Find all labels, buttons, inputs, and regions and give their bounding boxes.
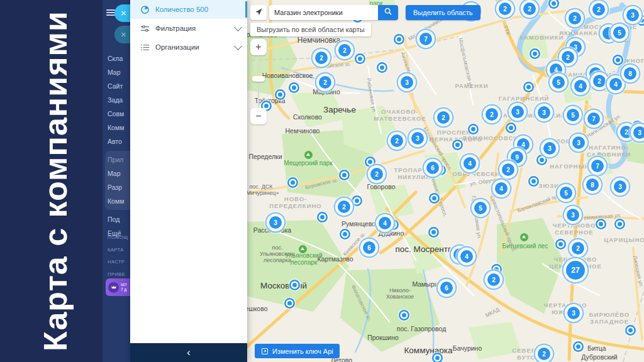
map-cluster-marker[interactable]: 4 (495, 182, 508, 195)
map-point-marker[interactable] (618, 222, 622, 226)
map-cluster-marker[interactable]: 3 (411, 132, 424, 145)
search-button[interactable] (378, 5, 398, 20)
map-cluster-marker[interactable]: 2 (338, 44, 351, 57)
sidebar-item[interactable]: Мар (108, 65, 130, 79)
map-cluster-marker[interactable]: 4 (609, 78, 622, 90)
sidebar-item[interactable]: Совм (108, 107, 130, 121)
map-cluster-marker[interactable]: 2 (486, 108, 498, 121)
map-point-marker[interactable] (358, 57, 362, 61)
map-point-marker[interactable] (558, 242, 563, 246)
sidebar-item[interactable]: Авто (108, 134, 130, 148)
map-cluster-marker[interactable]: 6 (426, 162, 439, 174)
map-cluster-marker[interactable]: 2 (593, 75, 606, 87)
map-point-marker[interactable] (531, 179, 536, 184)
map-point-marker[interactable] (342, 173, 347, 177)
map-cluster-marker[interactable]: 2 (391, 134, 403, 147)
map-cluster-marker[interactable]: 2 (569, 12, 581, 25)
map-cluster-marker[interactable]: 9 (511, 151, 523, 163)
sidebar-item[interactable]: Сайт (108, 79, 130, 93)
map-cluster-marker[interactable]: 4 (460, 250, 473, 263)
map-point-marker[interactable] (533, 52, 537, 56)
sidebar-item[interactable]: Разр (108, 180, 130, 194)
sidebar-item[interactable]: Комм (108, 194, 130, 208)
zoom-out-button[interactable]: − (250, 108, 267, 124)
sidebar-item[interactable]: Скла (108, 52, 130, 65)
map-point-marker[interactable] (431, 230, 436, 234)
map-point-marker[interactable] (292, 85, 296, 90)
map-cluster-marker[interactable]: 2 (487, 273, 500, 286)
map-cluster-marker[interactable]: 6 (363, 241, 375, 254)
sidebar-footer-item[interactable]: ПОМОЩ (108, 231, 130, 244)
map-point-marker[interactable] (616, 58, 620, 62)
map-cluster-marker[interactable]: 7 (587, 112, 600, 125)
map-cluster-marker[interactable]: 2 (538, 348, 550, 360)
map-cluster-marker[interactable]: 2 (620, 126, 633, 138)
map-cluster-marker[interactable]: 2 (370, 168, 383, 180)
map-cluster-marker[interactable]: 5 (474, 202, 487, 214)
map-cluster-marker[interactable]: 6 (440, 282, 453, 294)
map-cluster-marker[interactable]: 4 (574, 80, 587, 92)
search-input[interactable] (269, 5, 378, 20)
map-cluster-marker[interactable]: 5 (552, 76, 565, 89)
export-area-tooltip[interactable]: Выгрузить по всей области карты (250, 23, 371, 36)
map-point-marker[interactable] (287, 301, 292, 305)
menu-icon[interactable] (106, 8, 115, 17)
zoom-in-button[interactable]: + (250, 39, 267, 55)
map-cluster-marker[interactable]: 27 (566, 261, 585, 280)
map-point-marker[interactable] (540, 158, 544, 162)
map-cluster-marker[interactable]: 5 (560, 187, 572, 199)
map-point-marker[interactable] (552, 1, 556, 6)
sidebar-item[interactable]: Мар (108, 167, 130, 180)
map-point-marker[interactable] (640, 18, 644, 23)
map-cluster-marker[interactable]: 3 (543, 142, 556, 155)
sidebar-item[interactable]: Комм (108, 121, 130, 134)
map-cluster-marker[interactable]: 3 (572, 136, 585, 149)
map-cluster-marker[interactable]: 5 (567, 109, 579, 121)
map-point-marker[interactable] (397, 37, 401, 41)
map-cluster-marker[interactable]: 3 (626, 9, 639, 21)
map-point-marker[interactable] (455, 143, 460, 147)
map-cluster-marker[interactable]: 3 (633, 126, 644, 139)
map-point-marker[interactable] (264, 104, 269, 108)
map-cluster-marker[interactable]: 2 (502, 163, 514, 176)
map-cluster-marker[interactable]: 3 (538, 106, 550, 119)
map-point-marker[interactable] (494, 267, 499, 272)
map-point-marker[interactable] (391, 222, 396, 227)
map-cluster-marker[interactable]: 7 (591, 160, 604, 172)
sidebar-footer-item[interactable]: КАРТА (108, 244, 130, 256)
map-cluster-marker[interactable]: 2 (523, 3, 536, 15)
map-point-marker[interactable] (292, 283, 297, 287)
geolocation-button[interactable] (250, 5, 267, 20)
map-point-marker[interactable] (402, 313, 406, 317)
map-point-marker[interactable] (526, 85, 531, 89)
sidebar-item[interactable]: Под (108, 212, 130, 226)
map-cluster-marker[interactable]: 2 (437, 111, 450, 124)
map-cluster-marker[interactable]: 4 (464, 157, 476, 170)
map-cluster-marker[interactable]: 5 (613, 26, 626, 39)
map-point-marker[interactable] (628, 328, 633, 332)
map-cluster-marker[interactable]: 2 (338, 200, 350, 213)
map-point-marker[interactable] (432, 196, 436, 200)
collapse-panel-button[interactable]: ‹ (130, 343, 247, 362)
map-cluster-marker[interactable]: 2 (315, 52, 328, 64)
map-cluster-marker[interactable]: 2 (572, 242, 584, 255)
map-cluster-marker[interactable]: 2 (319, 76, 331, 89)
map-cluster-marker[interactable]: 3 (269, 216, 282, 229)
map-point-marker[interactable] (343, 232, 347, 236)
map-cluster-marker[interactable]: 2 (562, 51, 574, 63)
map-cluster-marker[interactable]: 2 (499, 3, 511, 15)
sidebar-item[interactable]: Прил (108, 153, 130, 167)
map-point-marker[interactable] (320, 215, 325, 219)
select-area-button[interactable]: Выделить область (406, 5, 480, 20)
map-point-marker[interactable] (278, 92, 282, 97)
map-cluster-marker[interactable]: 3 (567, 307, 580, 319)
map-canvas[interactable]: РомашковоНемчиновкаНовоивановскоеМарьино… (247, 0, 644, 362)
map-cluster-marker[interactable]: 3 (401, 76, 413, 89)
map-point-marker[interactable] (576, 344, 580, 349)
sidebar-footer-item[interactable]: НАСТР (108, 256, 130, 268)
map-cluster-marker[interactable]: 7 (419, 33, 432, 45)
map-point-marker[interactable] (435, 356, 440, 360)
map-cluster-marker[interactable]: 3 (614, 180, 626, 193)
map-point-marker[interactable] (599, 222, 603, 226)
map-cluster-marker[interactable]: 3 (567, 209, 579, 221)
